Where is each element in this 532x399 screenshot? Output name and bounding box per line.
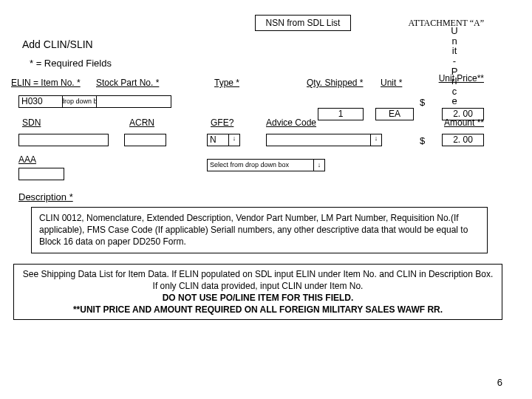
gfe-value: N: [210, 134, 216, 146]
dropdown-arrow-icon: ↓: [370, 134, 381, 146]
label-amount: Amount **: [444, 117, 484, 128]
label-description: Description *: [18, 191, 510, 202]
instruction-line-1: See Shipping Data List for Item Data. If…: [23, 269, 494, 291]
dollar-sign-2: $: [420, 135, 425, 146]
advice-select-text: Select from drop down box: [210, 160, 289, 171]
item-no-input[interactable]: H030: [18, 95, 63, 108]
advice-code-select[interactable]: ↓: [266, 134, 382, 146]
aaa-input[interactable]: [18, 168, 64, 180]
label-stock-part-no: Stock Part No. *: [96, 78, 159, 88]
dropdown-arrow-icon: ↓: [313, 160, 324, 171]
gfe-select[interactable]: N ↓: [207, 134, 240, 146]
label-qty-shipped: Qty. Shipped *: [307, 78, 364, 88]
label-gfe: GFE?: [211, 117, 233, 128]
label-type: Type *: [214, 78, 239, 88]
instruction-line-3: **UNIT PRICE AND AMOUNT REQUIRED ON ALL …: [73, 304, 443, 315]
instruction-line-2: DO NOT USE PO/LINE ITEM FOR THIS FIELD.: [163, 293, 354, 303]
instructions-box: See Shipping Data List for Item Data. If…: [13, 264, 502, 321]
label-sdn: SDN: [22, 117, 41, 128]
attachment-label: ATTACHMENT “A”: [409, 18, 484, 29]
label-advice-code: Advice Code: [266, 117, 316, 128]
page-number: 6: [497, 377, 502, 388]
acrn-input[interactable]: [124, 134, 166, 146]
vertical-stray-text: Unit-PrIce: [451, 26, 458, 106]
description-input[interactable]: CLIN 0012, Nomenclature, Extended Descri…: [31, 207, 488, 253]
label-unit-price: Unit Price**: [439, 73, 484, 83]
sdn-input[interactable]: [18, 134, 109, 146]
stock-part-no-input[interactable]: [96, 95, 171, 108]
label-acrn: ACRN: [129, 117, 154, 128]
label-elin: ELIN = Item No. *: [11, 78, 81, 88]
nsn-from-sdl-box: NSN from SDL List: [255, 15, 352, 31]
amount-input[interactable]: 2. 00: [442, 134, 484, 146]
required-fields-note: * = Required Fields: [30, 58, 510, 69]
label-unit: Unit *: [381, 78, 402, 88]
dollar-sign-1: $: [420, 97, 425, 108]
dropdown-arrow-icon: ↓: [228, 134, 239, 146]
advice-code-select-2[interactable]: Select from drop down box ↓: [207, 159, 325, 171]
add-clin-heading: Add CLIN/SLIN: [22, 38, 510, 50]
